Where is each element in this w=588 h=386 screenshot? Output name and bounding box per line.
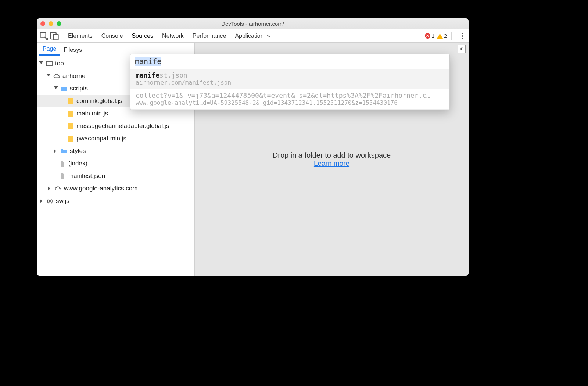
- folder-icon: [60, 85, 68, 92]
- tree-domain-analytics[interactable]: www.google-analytics.com: [37, 182, 194, 195]
- open-file-result[interactable]: manifest.json airhorner.com/manifest.jso…: [130, 69, 449, 89]
- sidebar-tab-filesystem[interactable]: Filesys: [60, 44, 86, 56]
- sidebar-tab-page[interactable]: Page: [39, 43, 60, 56]
- minimize-window-button[interactable]: [49, 21, 53, 26]
- tab-console[interactable]: Console: [101, 33, 123, 39]
- tree-label: manifest.json: [68, 172, 105, 180]
- zoom-window-button[interactable]: [57, 21, 61, 26]
- tree-file[interactable]: messagechanneladapter.global.js: [37, 120, 194, 132]
- js-file-icon: [67, 122, 74, 130]
- result-subtitle: www.google-analyti…d=UA-59325548-2&_gid=…: [136, 99, 444, 106]
- js-file-icon: [67, 110, 74, 117]
- tree-file[interactable]: pwacompat.min.js: [37, 132, 194, 145]
- tab-elements[interactable]: Elements: [68, 33, 93, 39]
- tree-folder-styles[interactable]: styles: [37, 145, 194, 157]
- panel-tabs: Elements Console Sources Network Perform…: [68, 33, 264, 39]
- workspace-drop-message: Drop in a folder to add to workspace: [273, 151, 391, 160]
- more-tabs-icon[interactable]: »: [264, 32, 273, 40]
- window-title: DevTools - airhorner.com/: [37, 21, 469, 27]
- open-file-results: manifest.json airhorner.com/manifest.jso…: [130, 69, 449, 110]
- tab-performance[interactable]: Performance: [193, 33, 226, 39]
- svg-rect-7: [68, 136, 73, 142]
- drawer-toggle-icon[interactable]: [458, 45, 466, 53]
- main-toolbar: Elements Console Sources Network Perform…: [37, 29, 469, 43]
- tree-label: main.min.js: [76, 110, 108, 117]
- chevron-right-icon: [40, 199, 44, 203]
- tree-file-index[interactable]: (index): [37, 157, 194, 170]
- error-count: 1: [431, 33, 434, 39]
- warning-icon: [437, 33, 443, 39]
- tree-label: (index): [68, 160, 87, 167]
- tree-label: sw.js: [56, 197, 69, 205]
- tree-label: styles: [70, 147, 86, 155]
- js-file-icon: [67, 97, 74, 105]
- chevron-down-icon: [54, 86, 58, 91]
- result-subtitle: airhorner.com/manifest.json: [136, 79, 444, 86]
- error-icon: ✕: [425, 33, 430, 39]
- frame-icon: [46, 60, 53, 67]
- svg-rect-4: [68, 98, 73, 104]
- tree-label: top: [55, 60, 64, 67]
- errors-indicator[interactable]: ✕ 1: [425, 33, 434, 39]
- toolbar-separator: [62, 32, 62, 40]
- tree-label: comlink.global.js: [76, 97, 122, 105]
- toolbar-separator: [451, 32, 452, 40]
- chevron-right-icon: [54, 149, 58, 153]
- open-file-input[interactable]: manife: [130, 54, 449, 69]
- svg-point-8: [47, 200, 50, 202]
- tab-application[interactable]: Application: [235, 33, 263, 39]
- svg-rect-3: [46, 61, 52, 66]
- gear-icon: [46, 197, 54, 205]
- folder-icon: [60, 147, 68, 155]
- warning-count: 2: [444, 33, 447, 39]
- settings-menu-icon[interactable]: [458, 33, 466, 39]
- cloud-icon: [53, 72, 60, 80]
- open-file-result[interactable]: collect?v=1&_v=j73&a=1244478500&t=event&…: [130, 89, 449, 110]
- tree-label: airhorne: [62, 72, 85, 80]
- tree-label: www.google-analytics.com: [64, 185, 137, 192]
- tree-label: messagechanneladapter.global.js: [76, 122, 169, 130]
- svg-rect-6: [68, 123, 73, 129]
- svg-point-9: [51, 200, 53, 202]
- tree-service-worker[interactable]: sw.js: [37, 195, 194, 207]
- tab-network[interactable]: Network: [162, 33, 184, 39]
- svg-rect-5: [68, 111, 73, 117]
- svg-rect-2: [54, 34, 58, 40]
- result-title: manifest.json: [136, 71, 444, 79]
- learn-more-link[interactable]: Learn more: [314, 160, 349, 167]
- tree-label: scripts: [70, 85, 88, 92]
- titlebar: DevTools - airhorner.com/: [37, 18, 469, 29]
- toolbar-right: ✕ 1 2: [425, 32, 466, 40]
- chevron-down-icon: [39, 61, 43, 66]
- js-file-icon: [67, 135, 74, 142]
- traffic-lights: [40, 21, 61, 26]
- open-file-dialog: manife manifest.json airhorner.com/manif…: [130, 54, 450, 110]
- svg-rect-0: [40, 32, 46, 37]
- tree-file-manifest[interactable]: manifest.json: [37, 170, 194, 182]
- device-toolbar-icon[interactable]: [49, 31, 60, 41]
- tree-label: pwacompat.min.js: [76, 135, 126, 142]
- close-window-button[interactable]: [40, 21, 45, 26]
- tab-sources[interactable]: Sources: [132, 33, 153, 39]
- result-title: collect?v=1&_v=j73&a=1244478500&t=event&…: [136, 92, 444, 99]
- document-icon: [59, 172, 66, 180]
- cloud-icon: [54, 185, 62, 192]
- devtools-window: DevTools - airhorner.com/ Elements Conso…: [37, 18, 469, 276]
- search-query: manife: [135, 57, 161, 66]
- chevron-right-icon: [48, 186, 52, 191]
- inspect-icon[interactable]: [39, 31, 49, 41]
- chevron-down-icon: [46, 74, 51, 78]
- warnings-indicator[interactable]: 2: [437, 33, 447, 39]
- document-icon: [59, 160, 66, 167]
